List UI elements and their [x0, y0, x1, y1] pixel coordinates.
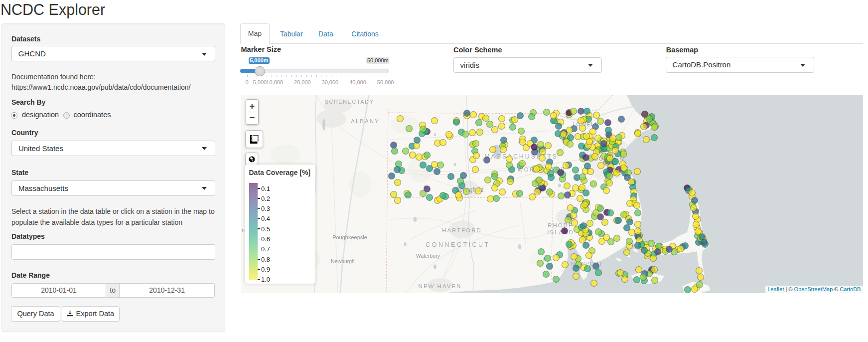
svg-text:ISLAND: ISLAND [547, 229, 574, 235]
svg-text:Newburgh: Newburgh [331, 258, 355, 264]
svg-text:CONNECTICUT: CONNECTICUT [426, 241, 490, 248]
svg-text:MASSACHUSETTS: MASSACHUSETTS [484, 153, 558, 160]
svg-text:NEW HAVEN: NEW HAVEN [419, 283, 462, 289]
svg-text:ALBANY: ALBANY [351, 118, 379, 124]
svg-text:Poughkeepsie: Poughkeepsie [332, 234, 367, 240]
svg-text:Waterbury: Waterbury [416, 252, 440, 258]
svg-text:SCHENECTADY: SCHENECTADY [325, 99, 374, 105]
svg-text:HARTFORD: HARTFORD [442, 227, 482, 233]
